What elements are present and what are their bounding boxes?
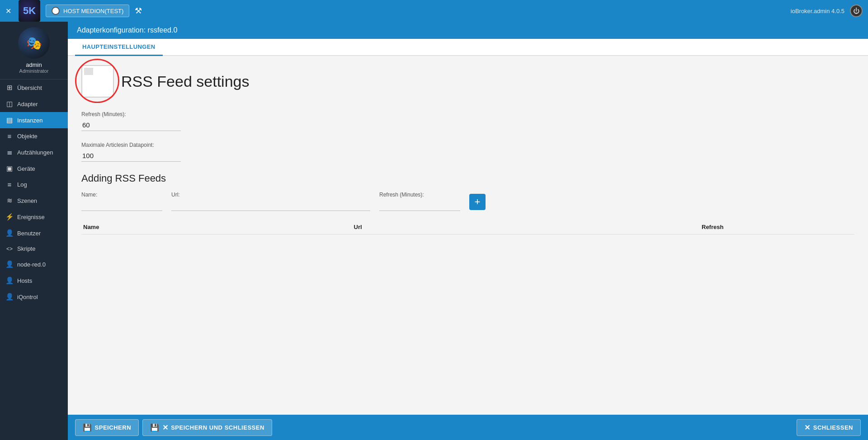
close-button[interactable]: ✕ SCHLIESSEN — [797, 419, 861, 436]
table-header-url: Url — [352, 220, 700, 234]
host-label: HOST MEDION(TEST) — [63, 8, 123, 14]
main-layout: 🎭 admin Administrator ⊞ Übersicht ◫ Adap… — [0, 22, 868, 440]
sidebar-role: Administrator — [19, 68, 49, 74]
sidebar-item-iqontrol[interactable]: 👤 iQontrol — [0, 289, 68, 305]
adding-section-title: Adding RSS Feeds — [81, 173, 854, 184]
sidebar-item-log[interactable]: ≡ Log — [0, 177, 68, 192]
geraete-icon: ▣ — [5, 164, 14, 173]
save-close-x-icon: ✕ — [162, 423, 169, 432]
sidebar-item-objekte[interactable]: ≡ Objekte — [0, 128, 68, 144]
close-icon[interactable]: ✕ — [5, 7, 11, 15]
sidebar-label-aufzaehlungen: Aufzählungen — [17, 149, 53, 156]
save-close-button[interactable]: 💾 ✕ SPEICHERN UND SCHLIESSEN — [142, 419, 272, 436]
name-field-input[interactable] — [81, 200, 162, 211]
add-icon: + — [475, 196, 481, 208]
sidebar-item-ereignisse[interactable]: ⚡ Ereignisse — [0, 209, 68, 225]
max-articles-input[interactable] — [81, 150, 181, 162]
sidebar-item-geraete[interactable]: ▣ Geräte — [0, 160, 68, 177]
sidebar-item-instanzen[interactable]: ▤ Instanzen — [0, 112, 68, 128]
form-content: 🖼 RSS Feed settings Refresh (Minutes): M… — [68, 56, 868, 415]
feeds-add-row: Name: Url: Refresh (Minutes): + — [81, 192, 854, 211]
top-bar: ✕ 5K HOST MEDION(TEST) ⚒ ioBroker.admin … — [0, 0, 868, 22]
sidebar-label-uebersicht: Übersicht — [17, 84, 42, 91]
refresh-field-group: Refresh (Minutes): — [379, 192, 460, 211]
avatar: 🎭 — [18, 27, 50, 59]
tab-haupteinstellungen[interactable]: HAUPTEINSTELLUNGEN — [75, 39, 163, 56]
sidebar-item-benutzer[interactable]: 👤 Benutzer — [0, 225, 68, 241]
szenen-icon: ≋ — [5, 197, 14, 205]
iqontrol-icon: 👤 — [5, 293, 14, 301]
url-field-label: Url: — [171, 192, 370, 198]
table-header-refresh: Refresh — [700, 220, 854, 234]
aufzaehlungen-icon: ≣ — [5, 148, 14, 156]
sidebar-user: 🎭 admin Administrator — [0, 22, 68, 80]
feeds-table: Name Url Refresh — [81, 220, 854, 234]
close-label: SCHLIESSEN — [813, 424, 853, 431]
save-label: SPEICHERN — [95, 424, 132, 431]
sidebar-item-adapter[interactable]: ◫ Adapter — [0, 96, 68, 112]
add-feed-button[interactable]: + — [469, 194, 486, 210]
log-icon: ≡ — [5, 181, 14, 188]
sidebar-nav: ⊞ Übersicht ◫ Adapter ▤ Instanzen ≡ Obje… — [0, 80, 68, 440]
adapter-title: RSS Feed settings — [121, 73, 249, 90]
version-label: ioBroker.admin 4.0.5 — [791, 8, 844, 14]
page-title: Adapterkonfiguration: rssfeed.0 — [77, 26, 177, 34]
save-close-disk-icon: 💾 — [150, 423, 160, 432]
sidebar-label-objekte: Objekte — [17, 133, 38, 140]
save-close-label: SPEICHERN UND SCHLIESSEN — [171, 424, 264, 431]
sidebar-item-node-red[interactable]: 👤 node-red.0 — [0, 256, 68, 272]
adapter-icon: ◫ — [5, 100, 14, 108]
sidebar-label-node-red: node-red.0 — [17, 261, 46, 268]
sidebar-label-instanzen: Instanzen — [17, 117, 42, 124]
sidebar-username: admin — [26, 61, 42, 68]
host-button[interactable]: HOST MEDION(TEST) — [46, 5, 129, 17]
sidebar-item-hosts[interactable]: 👤 Hosts — [0, 272, 68, 289]
sidebar-label-skripte: Skripte — [17, 245, 35, 252]
max-articles-group: Maximale Articlesin Datapoint: — [81, 142, 854, 162]
adapter-logo: 🖼 — [81, 65, 114, 98]
tabs-bar: HAUPTEINSTELLUNGEN — [68, 39, 868, 56]
grid-icon: ⊞ — [5, 84, 14, 92]
save-icon: 💾 — [83, 423, 92, 432]
page-header: Adapterkonfiguration: rssfeed.0 — [68, 22, 868, 39]
url-field-input[interactable] — [171, 200, 370, 211]
name-field-label: Name: — [81, 192, 162, 198]
sidebar-label-adapter: Adapter — [17, 101, 38, 108]
sidebar-label-szenen: Szenen — [17, 197, 37, 204]
ereignisse-icon: ⚡ — [5, 213, 14, 221]
sidebar-item-uebersicht[interactable]: ⊞ Übersicht — [0, 80, 68, 96]
table-header-name: Name — [81, 220, 352, 234]
url-field-group: Url: — [171, 192, 370, 211]
sidebar-label-log: Log — [17, 181, 27, 188]
benutzer-icon: 👤 — [5, 229, 14, 237]
sidebar-item-aufzaehlungen[interactable]: ≣ Aufzählungen — [0, 144, 68, 160]
adapter-header: 🖼 RSS Feed settings — [81, 65, 854, 98]
hosts-icon: 👤 — [5, 276, 14, 285]
refresh-input[interactable] — [81, 119, 181, 131]
app-logo: 5K — [19, 0, 40, 22]
host-icon — [52, 7, 60, 15]
refresh-col-input[interactable] — [379, 200, 460, 211]
max-articles-label: Maximale Articlesin Datapoint: — [81, 142, 854, 148]
skripte-icon: <> — [5, 246, 14, 252]
sidebar-label-benutzer: Benutzer — [17, 230, 41, 237]
power-button[interactable] — [850, 5, 863, 17]
sidebar-label-iqontrol: iQontrol — [17, 294, 38, 300]
objekte-icon: ≡ — [5, 132, 14, 140]
bottom-bar: 💾 SPEICHERN 💾 ✕ SPEICHERN UND SCHLIESSEN… — [68, 415, 868, 440]
save-button[interactable]: 💾 SPEICHERN — [75, 419, 139, 436]
refresh-label: Refresh (Minutes): — [81, 111, 854, 117]
close-btn-icon: ✕ — [804, 423, 811, 432]
sidebar-label-geraete: Geräte — [17, 165, 35, 172]
sidebar: 🎭 admin Administrator ⊞ Übersicht ◫ Adap… — [0, 22, 68, 440]
sidebar-label-hosts: Hosts — [17, 277, 32, 284]
refresh-group: Refresh (Minutes): — [81, 111, 854, 131]
sidebar-item-skripte[interactable]: <> Skripte — [0, 241, 68, 256]
node-red-icon: 👤 — [5, 260, 14, 268]
settings-icon[interactable]: ⚒ — [135, 6, 142, 16]
name-field-group: Name: — [81, 192, 162, 211]
sidebar-label-ereignisse: Ereignisse — [17, 214, 45, 220]
instanzen-icon: ▤ — [5, 116, 14, 124]
content-area: Adapterkonfiguration: rssfeed.0 HAUPTEIN… — [68, 22, 868, 440]
sidebar-item-szenen[interactable]: ≋ Szenen — [0, 192, 68, 209]
